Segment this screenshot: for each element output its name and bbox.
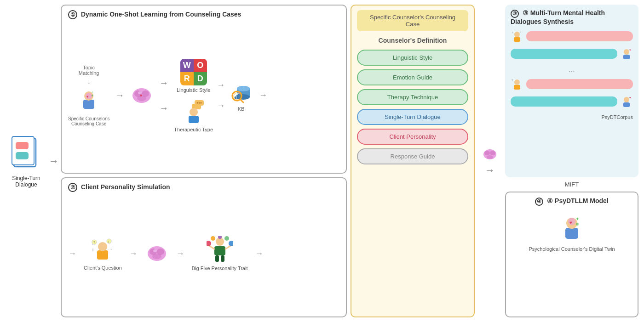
svg-line-32 (241, 100, 243, 102)
brain-icon-wrap: ♥ (130, 84, 154, 107)
chat-bubble-pink-1 (526, 31, 633, 41)
svg-rect-68 (623, 55, 630, 59)
svg-rect-64 (514, 37, 520, 42)
therapeutic-label: Therapeutic Type (174, 127, 213, 132)
box1-title: ① Dynamic One-Shot Learning from Counsel… (68, 10, 339, 19)
chat-row-4: ♥ (511, 95, 633, 108)
svg-text:♥: ♥ (629, 49, 631, 51)
svg-point-67 (624, 49, 629, 55)
middle-section: ① Dynamic One-Shot Learning from Counsel… (61, 5, 347, 317)
svg-text:?: ? (512, 79, 513, 82)
svg-point-61 (490, 151, 495, 155)
svg-point-19 (198, 102, 200, 103)
box1-flow: TopicMatching ↓ ♥ + (68, 23, 339, 168)
bigfive-icon-wrap: Big Five Personality Trait (192, 236, 248, 271)
svg-point-46 (152, 254, 161, 259)
dots-label: ... (511, 65, 633, 75)
svg-rect-74 (623, 102, 630, 107)
chat-row-3: ? (511, 78, 633, 90)
chat-bubble-teal-1 (511, 49, 617, 59)
box2-title: ② Client Personality Simulation (68, 183, 339, 192)
chat-row-1: ? ? (511, 30, 633, 43)
counselor-def-label: Counselor's Definition (357, 35, 468, 46)
bigfive-label: Big Five Personality Trait (192, 266, 248, 271)
svg-rect-1 (12, 136, 34, 165)
svg-rect-49 (214, 246, 225, 255)
output-top-box: Specific Counselor's Counseling Case (357, 10, 468, 31)
brain-icon: ♥ (130, 84, 154, 107)
box4-title: ④ ④ PsyDTLLM Model (535, 197, 608, 206)
counselor-case-label: Specific Counselor'sCounseling Case (68, 116, 109, 126)
svg-point-26 (237, 86, 250, 91)
svg-text:+: + (92, 90, 93, 94)
svg-text:♥: ♥ (629, 96, 631, 99)
branch-col: W O R D Linguistic Style (174, 59, 213, 132)
box2-num: ② (68, 183, 77, 192)
box1: ① Dynamic One-Shot Learning from Counsel… (61, 5, 347, 174)
kb-label: KB (238, 106, 245, 112)
svg-rect-58 (221, 255, 224, 262)
svg-point-52 (207, 241, 211, 246)
brain-icon2-wrap (145, 242, 169, 266)
chat-rows: ? ? ♥ ... (511, 28, 633, 173)
topic-label: TopicMatching (79, 65, 99, 76)
svg-point-41 (107, 239, 111, 243)
corpus-label: PsyDTCorpus (511, 114, 633, 120)
svg-rect-29 (235, 96, 236, 99)
svg-point-73 (624, 97, 629, 102)
svg-rect-31 (238, 94, 240, 99)
chat-row-2: ♥ (511, 47, 633, 60)
svg-rect-30 (236, 95, 238, 99)
output-section: Specific Counselor's Counseling Case Cou… (351, 5, 475, 317)
svg-point-81 (576, 223, 579, 226)
svg-rect-33 (97, 250, 108, 260)
dialogue-label: Single-Turn Dialogue (6, 175, 47, 188)
box4: ④ ④ PsyDTLLM Model ♥ ✦ Psy (505, 192, 638, 317)
box1-num: ① (68, 10, 77, 19)
brain-small-icon (482, 146, 498, 163)
counselor-digital-label: Psychological Counselor's Digital Twin (529, 246, 615, 252)
svg-text:✦: ✦ (575, 216, 579, 221)
svg-text:♥: ♥ (569, 220, 572, 225)
chat-bubble-teal-2 (511, 96, 617, 107)
box2-content: → ? ? … i ? (68, 196, 339, 312)
counselor-digital-wrap: ♥ ✦ Psychological Counselor's Digital Tw… (529, 212, 615, 252)
svg-point-60 (484, 151, 490, 155)
avatar-counselor-1: ♥ (620, 47, 633, 60)
linguistic-style-box: Linguistic Style (357, 50, 468, 66)
svg-point-63 (514, 32, 520, 37)
right-section: ③ ③ Multi-Turn Mental Health Dialogues S… (505, 5, 638, 317)
kb-icon-wrap: KB (229, 79, 253, 112)
emotion-guide-box: Emotion Guide (357, 69, 468, 85)
svg-text:…: … (108, 246, 112, 250)
client-icon: ? ? … i ? i (91, 237, 115, 263)
box2: ② Client Personality Simulation → ? ? (61, 177, 347, 317)
svg-text:i: i (92, 248, 93, 252)
svg-point-34 (98, 242, 107, 251)
svg-rect-21 (189, 116, 199, 123)
response-guide-box: Response Guide (357, 148, 468, 164)
svg-text:♥: ♥ (86, 95, 89, 99)
arrow-1: → (51, 5, 57, 317)
svg-rect-2 (16, 142, 29, 149)
avatar-counselor-2: ♥ (620, 95, 633, 108)
dialogue-icon (10, 135, 42, 171)
svg-point-53 (229, 241, 233, 246)
therapy-person-icon (182, 99, 206, 125)
svg-text:♥: ♥ (140, 93, 142, 98)
mift-label: MIFT (505, 181, 638, 188)
client-question-label: Client's Question (84, 265, 122, 271)
svg-point-54 (211, 236, 215, 241)
svg-text:?: ? (512, 31, 513, 34)
linguistic-style-wrap: W O R D Linguistic Style (174, 59, 213, 93)
svg-point-55 (224, 236, 229, 241)
left-section: Single-Turn Dialogue (6, 5, 47, 317)
svg-rect-4 (83, 100, 94, 109)
svg-text:?: ? (520, 30, 522, 33)
svg-rect-57 (215, 255, 219, 262)
svg-point-22 (190, 108, 198, 116)
svg-point-20 (200, 102, 201, 103)
single-turn-dialogue-box: Single-Turn Dialogue (357, 109, 468, 125)
brain-icon-2 (145, 242, 169, 266)
counselor-digital-icon: ♥ ✦ (558, 212, 586, 244)
